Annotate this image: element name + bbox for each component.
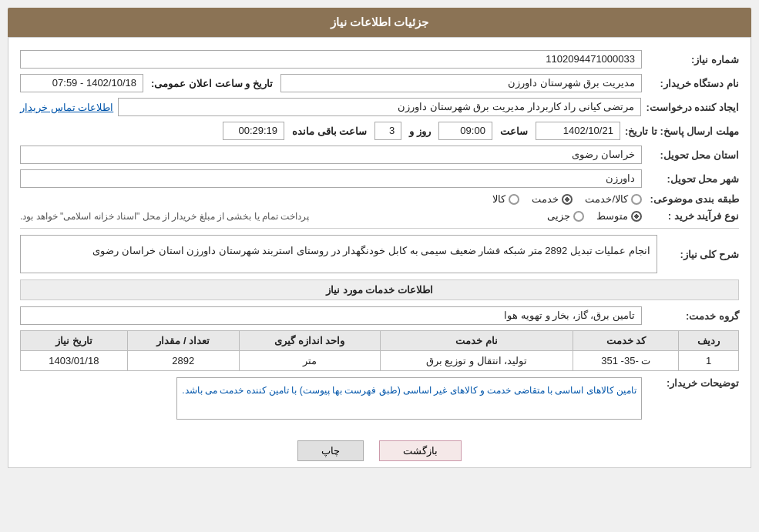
tarikh-value: 1402/10/18 - 07:59 [20, 74, 143, 92]
radio-kala-circle [509, 194, 519, 205]
table-row: 1ت -35- 351تولید، انتقال و توزیع برقمتر2… [21, 351, 739, 371]
tarikh-label: تاریخ و ساعت اعلان عمومی: [151, 78, 273, 89]
radio-kalaKhadamat-label: کالا/خدمت [585, 193, 628, 205]
radio-jozi-circle [573, 211, 584, 222]
mohlat-label: مهلت ارسال پاسخ: تا تاریخ: [625, 125, 739, 137]
table-header-kod: کد خدمت [573, 331, 679, 351]
table-header-tedad: تعداد / مقدار [127, 331, 239, 351]
radio-motevaset[interactable]: متوسط [596, 210, 642, 222]
table-cell-tedad: 2892 [127, 351, 239, 371]
ostan-value: خراسان رضوی [20, 146, 642, 164]
ijadKonande-label: ایجاد کننده درخواست: [646, 102, 739, 113]
shomareNiaz-value: 1102094471000033 [20, 50, 642, 69]
radio-khadamat-circle [562, 194, 573, 205]
table-header-vahed: واحد اندازه گیری [239, 331, 380, 351]
services-table: ردیف کد خدمت نام خدمت واحد اندازه گیری ت… [20, 330, 739, 371]
table-header-tarikh: تاریخ نیاز [21, 331, 128, 351]
shahr-value: داورزن [20, 169, 642, 188]
table-cell-radif: 1 [679, 351, 739, 371]
radio-kalaKhadamat-circle [631, 194, 642, 205]
namDastgah-value: مدیریت برق شهرستان داورزن [280, 74, 642, 92]
sharh-label: شرح کلی نیاز: [662, 249, 739, 260]
ijadKonande-value: مرتضی کیانی راد کاربردار مدیریت برق شهرس… [118, 98, 641, 116]
khadamat-section-title: اطلاعات خدمات مورد نیاز [20, 279, 739, 300]
tawzih-value: تامین کالاهای اساسی با متقاضی خدمت و کال… [176, 377, 642, 420]
tabaqeBandi-label: طبقه بندی موضوعی: [646, 193, 739, 205]
page-title: جزئیات اطلاعات نیاز [331, 15, 428, 28]
radio-jozi[interactable]: جزیی [547, 210, 584, 222]
namDastgah-label: نام دستگاه خریدار: [646, 78, 739, 89]
date-value: 1402/10/21 [536, 122, 620, 140]
radio-jozi-label: جزیی [547, 210, 570, 222]
shahr-label: شهر محل تحویل: [646, 173, 739, 185]
print-button[interactable]: چاپ [297, 440, 364, 461]
back-button[interactable]: بازگشت [379, 440, 462, 461]
table-cell-kod: ت -35- 351 [573, 351, 679, 371]
radio-motevaset-circle [631, 211, 642, 222]
roz-value: 3 [374, 122, 401, 140]
radio-motevaset-label: متوسط [596, 210, 628, 222]
divider-1 [20, 228, 739, 229]
ostan-label: استان محل تحویل: [646, 149, 739, 161]
table-cell-tarikh: 1403/01/18 [21, 351, 128, 371]
farayand-note: پرداخت تمام یا بخشی از مبلغ خریدار از مح… [20, 211, 309, 222]
table-header-radif: ردیف [679, 331, 739, 351]
ittelaatTamas-link[interactable]: اطلاعات تماس خریدار [20, 102, 113, 113]
table-header-nam: نام خدمت [380, 331, 573, 351]
shomareNiaz-label: شماره نیاز: [646, 54, 739, 65]
button-bar: بازگشت چاپ [8, 431, 751, 467]
baghimande-value: 00:29:19 [223, 122, 284, 140]
table-cell-vahed: متر [239, 351, 380, 371]
radio-khadamat[interactable]: خدمت [532, 193, 573, 205]
radio-kalaKhadamat[interactable]: کالا/خدمت [585, 193, 642, 205]
page-header: جزئیات اطلاعات نیاز [8, 8, 751, 37]
roz-label: روز و [409, 125, 431, 137]
radio-kala-label: کالا [492, 193, 505, 205]
tabaqe-radio-group: کالا/خدمت خدمت کالا [20, 193, 642, 205]
tawzih-label: توضیحات خریدار: [646, 377, 739, 389]
radio-kala[interactable]: کالا [492, 193, 519, 205]
saat-value: 09:00 [438, 122, 492, 140]
saat-label: ساعت [500, 125, 528, 137]
radio-khadamat-label: خدمت [532, 193, 559, 205]
farayand-radio-group: متوسط جزیی [321, 210, 642, 222]
khadamat-label: گروه خدمت: [646, 310, 739, 322]
table-cell-nam: تولید، انتقال و توزیع برق [380, 351, 573, 371]
sharh-value: انجام عملیات تبدیل 2892 متر شبکه فشار ضع… [20, 235, 657, 273]
baghimande-label: ساعت باقی مانده [292, 125, 367, 137]
khadamat-value: تامین برق، گاز، بخار و تهویه هوا [20, 306, 642, 325]
noveFarayand-label: نوع فرآیند خرید : [646, 210, 739, 222]
